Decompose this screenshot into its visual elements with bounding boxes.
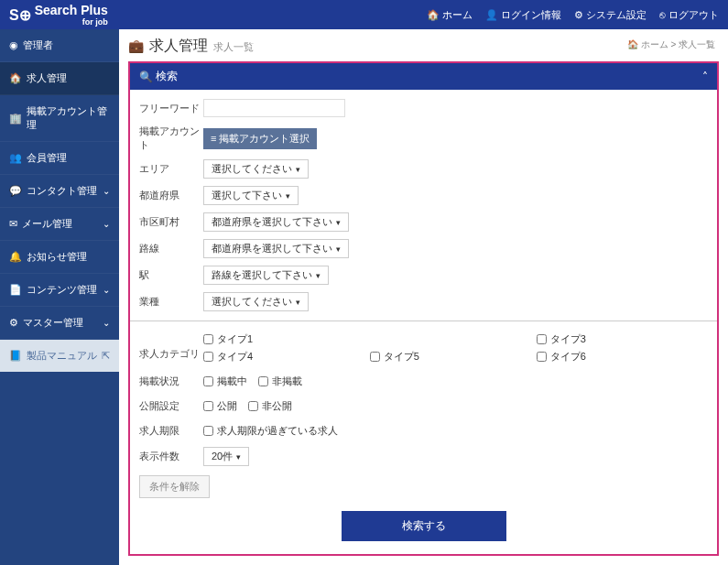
logo-mark-icon: S⊕: [9, 6, 31, 24]
caret-down-icon: ▾: [336, 244, 341, 254]
sidebar-manual-link[interactable]: 📘 製品マニュアル ⇱: [0, 340, 119, 372]
main-content: 🏠 ホーム > 求人一覧 💼 求人管理 求人一覧 🔍 検索 ˄ フリーワード: [119, 29, 728, 565]
expire-checkbox[interactable]: 求人期限が過ぎている求人: [203, 422, 708, 440]
station-label: 駅: [139, 268, 203, 282]
publish-on-checkbox[interactable]: 公開: [203, 397, 237, 415]
file-icon: 📄: [9, 284, 22, 296]
pref-select[interactable]: 選択して下さい▾: [203, 186, 299, 205]
search-body: フリーワード 掲載アカウント ≡ 掲載アカウント選択 エリア 選択してください▾…: [130, 90, 717, 554]
search-panel: 🔍 検索 ˄ フリーワード 掲載アカウント ≡ 掲載アカウント選択 エリア 選択…: [128, 61, 719, 556]
area-select[interactable]: 選択してください▾: [203, 159, 309, 179]
breadcrumb: 🏠 ホーム > 求人一覧: [627, 38, 715, 51]
expire-label: 求人期限: [139, 424, 203, 438]
sidebar-item-contact[interactable]: 💬 コンタクト管理 ⌄: [0, 175, 119, 208]
book-icon: 📘: [9, 350, 22, 362]
nav-home[interactable]: 🏠 ホーム: [427, 8, 473, 22]
users-icon: 👥: [9, 152, 22, 164]
section-divider: [130, 321, 717, 321]
logo: S⊕ Search Plus for job: [9, 4, 108, 27]
list-icon: ≡: [211, 133, 216, 144]
publish-off-checkbox[interactable]: 非公開: [248, 397, 292, 415]
caret-down-icon: ▾: [236, 452, 241, 462]
external-link-icon: ⇱: [102, 350, 110, 362]
briefcase-icon: 💼: [128, 38, 144, 53]
pref-label: 都道府県: [139, 189, 203, 202]
account-select-button[interactable]: ≡ 掲載アカウント選択: [203, 128, 317, 149]
sidebar-item-mail[interactable]: ✉ メール管理 ⌄: [0, 208, 119, 241]
freeword-label: フリーワード: [139, 102, 203, 115]
logo-text: Search Plus: [35, 3, 108, 17]
sidebar-item-content[interactable]: 📄 コンテンツ管理 ⌄: [0, 274, 119, 307]
sidebar: ◉ 管理者 🏠 求人管理 🏢 掲載アカウント管理 👥 会員管理 💬 コンタクト管…: [0, 29, 119, 565]
type3-checkbox[interactable]: タイプ3: [537, 331, 703, 348]
nav-system[interactable]: ⚙ システム設定: [574, 8, 647, 22]
chevron-down-icon: ⌄: [103, 186, 110, 196]
search-icon: 🔍: [139, 71, 153, 83]
type4-checkbox[interactable]: タイプ4: [203, 348, 370, 365]
comment-icon: 💬: [9, 185, 22, 197]
type5-checkbox[interactable]: タイプ5: [370, 348, 537, 365]
user-icon: 👤: [485, 9, 498, 21]
industry-select[interactable]: 選択してください▾: [203, 292, 309, 311]
post-status-label: 掲載状況: [139, 375, 203, 388]
home-icon: 🏠: [427, 9, 440, 21]
line-label: 路線: [139, 242, 203, 255]
nav-logout[interactable]: ⎋ ログアウト: [659, 8, 719, 22]
collapse-icon[interactable]: ˄: [702, 71, 708, 83]
type6-checkbox[interactable]: タイプ6: [537, 348, 703, 365]
station-select[interactable]: 路線を選択して下さい▾: [203, 266, 329, 285]
account-label: 掲載アカウント: [139, 125, 203, 152]
home-icon: 🏠: [627, 39, 638, 49]
caret-down-icon: ▾: [286, 191, 290, 201]
line-select[interactable]: 都道府県を選択して下さい▾: [203, 239, 349, 258]
caret-down-icon: ▾: [336, 218, 341, 227]
user-icon: ◉: [9, 39, 18, 51]
publish-label: 公開設定: [139, 399, 203, 413]
gear-icon: ⚙: [574, 9, 583, 21]
per-page-label: 表示件数: [139, 450, 203, 463]
search-submit-button[interactable]: 検索する: [342, 511, 506, 541]
chevron-down-icon: ⌄: [103, 219, 110, 229]
sidebar-item-members[interactable]: 👥 会員管理: [0, 142, 119, 175]
clear-button[interactable]: 条件を解除: [139, 475, 210, 498]
type1-checkbox[interactable]: タイプ1: [203, 331, 370, 348]
sidebar-item-accounts[interactable]: 🏢 掲載アカウント管理: [0, 95, 119, 142]
logo-subtext: for job: [35, 17, 108, 27]
caret-down-icon: ▾: [316, 271, 321, 280]
per-page-select[interactable]: 20件▾: [203, 447, 249, 466]
sidebar-item-notice[interactable]: 🔔 お知らせ管理: [0, 241, 119, 274]
top-nav: 🏠 ホーム 👤 ログイン情報 ⚙ システム設定 ⎋ ログアウト: [427, 8, 719, 22]
category-label: 求人カテゴリ: [139, 331, 203, 361]
cog-icon: ⚙: [9, 317, 18, 329]
home-icon: 🏠: [9, 72, 22, 84]
area-label: エリア: [139, 162, 203, 176]
chevron-down-icon: ⌄: [103, 318, 110, 328]
search-panel-header[interactable]: 🔍 検索 ˄: [130, 63, 717, 90]
nav-login-info[interactable]: 👤 ログイン情報: [485, 8, 561, 22]
chevron-down-icon: ⌄: [103, 285, 110, 295]
industry-label: 業種: [139, 295, 203, 309]
city-label: 市区町村: [139, 215, 203, 229]
bell-icon: 🔔: [9, 251, 22, 263]
caret-down-icon: ▾: [296, 298, 300, 307]
building-icon: 🏢: [9, 113, 22, 125]
sidebar-item-admin[interactable]: ◉ 管理者: [0, 29, 119, 62]
caret-down-icon: ▾: [296, 165, 300, 174]
top-header: S⊕ Search Plus for job 🏠 ホーム 👤 ログイン情報 ⚙ …: [0, 0, 728, 29]
logout-icon: ⎋: [659, 9, 666, 20]
sidebar-item-master[interactable]: ⚙ マスター管理 ⌄: [0, 307, 119, 340]
envelope-icon: ✉: [9, 218, 17, 230]
post-on-checkbox[interactable]: 掲載中: [203, 373, 247, 390]
freeword-input[interactable]: [203, 99, 345, 117]
post-off-checkbox[interactable]: 非掲載: [258, 373, 302, 390]
sidebar-item-jobs[interactable]: 🏠 求人管理: [0, 62, 119, 95]
city-select[interactable]: 都道府県を選択して下さい▾: [203, 212, 349, 232]
